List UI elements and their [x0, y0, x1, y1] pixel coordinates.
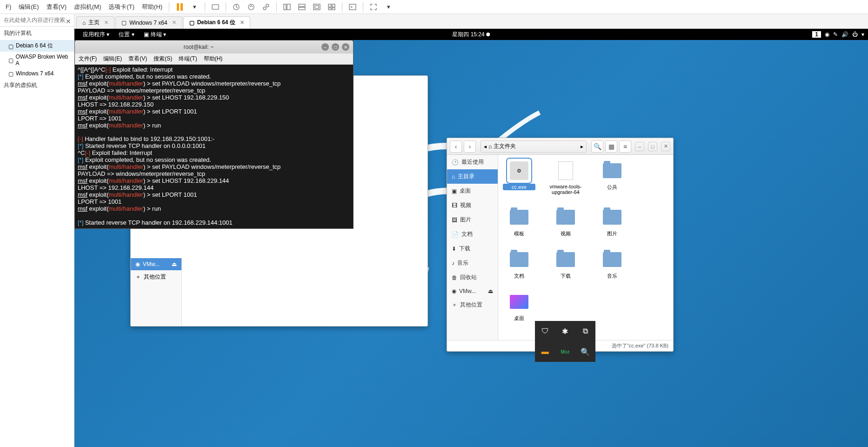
power-dropdown[interactable]: ▾	[189, 1, 200, 13]
menu-button[interactable]: ≡	[619, 140, 631, 153]
settings-icon[interactable]: ✎	[833, 31, 838, 38]
terminal-output[interactable]: ^[[A^[[A^C[-] Exploit failed: Interrupt[…	[75, 65, 353, 228]
places-menu[interactable]: 位置 ▾	[114, 31, 139, 39]
sidebar-item-文档[interactable]: 📄文档	[447, 227, 498, 241]
sidebar-search-input[interactable]	[0, 14, 74, 27]
vm-item-debian[interactable]: ▢Debian 6 64 位	[0, 40, 74, 52]
vm-item-win7[interactable]: ▢Windows 7 x64	[0, 68, 74, 79]
tray-copy-icon[interactable]: ⧉	[575, 321, 595, 341]
term-menu-help[interactable]: 帮助(H)	[204, 55, 223, 63]
tab-debian[interactable]: ▢Debian 6 64 位✕	[183, 16, 250, 28]
applications-menu[interactable]: 应用程序 ▾	[78, 31, 114, 39]
menu-tabs[interactable]: 选项卡(T)	[105, 1, 138, 13]
sidebar-item-最近使用[interactable]: 🕑最近使用	[447, 155, 498, 169]
tray-shield-icon[interactable]: 🛡	[535, 321, 555, 341]
file-item[interactable]: 下载	[549, 248, 582, 280]
sidebar-item-其他位置[interactable]: ＋其他位置	[447, 298, 498, 312]
path-bar[interactable]: ◂ ⌂ 主文件夹 ▸	[481, 140, 587, 153]
file-item[interactable]: 音乐	[596, 248, 628, 280]
menu-edit[interactable]: 编辑(E)	[15, 1, 42, 13]
tray-search-icon[interactable]: 🔍	[575, 341, 595, 362]
maximize-button[interactable]: □	[332, 43, 339, 51]
volume-icon[interactable]: 🔊	[841, 31, 848, 38]
sidebar-item-vmw[interactable]: ◉VMw...⏏	[131, 258, 181, 270]
file-item[interactable]: 公共	[596, 160, 628, 195]
nav-back-button[interactable]: ‹	[450, 140, 462, 153]
layout-thumbnail-button[interactable]	[311, 1, 322, 13]
tray-app-icon[interactable]: Moz	[555, 341, 575, 362]
tray-star-icon[interactable]: ✱	[555, 321, 575, 341]
sidebar-item-VMw...[interactable]: ◉VMw...⏏	[447, 285, 498, 298]
layout-unity-button[interactable]	[326, 1, 337, 13]
tab-home[interactable]: ⌂主页✕	[76, 16, 114, 28]
file-item[interactable]: 图片	[596, 206, 628, 237]
minimize-button[interactable]: –	[321, 43, 329, 51]
maximize-button[interactable]: □	[648, 142, 657, 151]
guest-desktop[interactable]: 应用程序 ▾ 位置 ▾ ▣终端 ▾ 星期四 15:24 1 ◉ ✎ 🔊 ⏻ ▾ …	[74, 29, 868, 447]
terminal-titlebar[interactable]: root@kail: ~ – □ ✕	[75, 40, 353, 53]
fm-content[interactable]: ⚙cc.exevmware-tools-upgrader-64公共模板视频图片文…	[498, 155, 673, 340]
eject-icon[interactable]: ⏏	[488, 288, 493, 294]
term-menu-view[interactable]: 查看(V)	[128, 55, 147, 63]
sidebar-item-other[interactable]: ＋其他位置	[131, 270, 181, 284]
search-button[interactable]: 🔍	[591, 140, 603, 153]
sidebar-item-视频[interactable]: 🎞视频	[447, 198, 498, 213]
sidebar-item-图片[interactable]: 🖼图片	[447, 213, 498, 227]
file-item[interactable]: ⚙cc.exe	[503, 160, 535, 195]
menu-help[interactable]: 帮助(H)	[138, 1, 166, 13]
terminal-menu[interactable]: ▣终端 ▾	[139, 31, 171, 39]
file-item[interactable]: 模板	[503, 206, 535, 237]
tab-windows7[interactable]: ▢Windows 7 x64✕	[115, 16, 182, 28]
workspace-indicator[interactable]: 1	[812, 31, 821, 38]
tab-close-icon[interactable]: ✕	[240, 20, 244, 26]
fullscreen-dropdown[interactable]: ▾	[383, 1, 394, 13]
minimize-button[interactable]: –	[635, 142, 644, 151]
nav-forward-button[interactable]: ›	[464, 140, 476, 153]
menu-file[interactable]: F)	[2, 1, 15, 12]
shared-vms-header[interactable]: 共享的虚拟机	[0, 79, 74, 92]
sidebar-item-桌面[interactable]: ▣桌面	[447, 184, 498, 198]
tab-close-icon[interactable]: ✕	[172, 20, 176, 26]
folder-icon	[508, 248, 530, 271]
my-computer-header[interactable]: 我的计算机	[0, 27, 74, 40]
power-icon[interactable]: ⏻	[852, 31, 858, 38]
sidebar-item-音乐[interactable]: ♪音乐	[447, 256, 498, 270]
file-item[interactable]: 桌面	[503, 291, 535, 322]
send-ctrl-alt-del-button[interactable]	[210, 1, 221, 13]
snapshot-manager-button[interactable]	[260, 1, 272, 13]
term-menu-terminal[interactable]: 终端(T)	[179, 55, 197, 63]
snapshot-button[interactable]	[231, 1, 242, 13]
menu-dropdown-icon[interactable]: ▾	[861, 31, 864, 38]
file-label: vmware-tools-upgrader-64	[549, 184, 582, 195]
tray-folder-icon[interactable]: ▬	[535, 341, 555, 362]
clock[interactable]: 星期四 15:24	[452, 31, 490, 39]
pause-button[interactable]	[174, 1, 185, 13]
sidebar-item-下载[interactable]: ⬇下载	[447, 241, 498, 256]
close-button[interactable]: ✕	[342, 43, 349, 51]
vm-item-owasp[interactable]: ▢OWASP Broken Web A	[0, 52, 74, 68]
sidebar-close-button[interactable]: ✕	[66, 18, 71, 25]
file-manager-window[interactable]: ‹ › ◂ ⌂ 主文件夹 ▸ 🔍 ▦ ≡ – □ ✕ 🕑最近使用⌂主目录▣桌面🎞…	[447, 138, 674, 352]
file-item[interactable]: 视频	[549, 206, 582, 237]
sidebar-item-主目录[interactable]: ⌂主目录	[447, 169, 498, 184]
layout-split-button[interactable]	[296, 1, 307, 13]
menu-view[interactable]: 查看(V)	[43, 1, 70, 13]
file-item[interactable]: vmware-tools-upgrader-64	[549, 160, 582, 195]
term-menu-file[interactable]: 文件(F)	[79, 55, 97, 63]
close-button[interactable]: ✕	[661, 142, 670, 151]
file-item[interactable]: 文档	[503, 248, 535, 280]
view-grid-button[interactable]: ▦	[605, 140, 617, 153]
term-menu-search[interactable]: 搜索(S)	[154, 55, 172, 63]
eject-icon[interactable]: ⏏	[172, 261, 177, 267]
layout-single-button[interactable]	[281, 1, 293, 13]
record-icon[interactable]: ◉	[825, 31, 829, 38]
console-button[interactable]	[347, 1, 358, 13]
snapshot-revert-button[interactable]	[246, 1, 257, 13]
terminal-window[interactable]: root@kail: ~ – □ ✕ 文件(F) 编辑(E) 查看(V) 搜索(…	[74, 40, 354, 229]
fullscreen-button[interactable]	[368, 1, 379, 13]
term-menu-edit[interactable]: 编辑(E)	[103, 55, 122, 63]
tab-close-icon[interactable]: ✕	[104, 20, 108, 26]
menu-vm[interactable]: 虚拟机(M)	[70, 1, 105, 13]
sidebar-item-回收站[interactable]: 🗑回收站	[447, 270, 498, 285]
fm-sidebar: 🕑最近使用⌂主目录▣桌面🎞视频🖼图片📄文档⬇下载♪音乐🗑回收站◉VMw...⏏＋…	[447, 155, 498, 340]
